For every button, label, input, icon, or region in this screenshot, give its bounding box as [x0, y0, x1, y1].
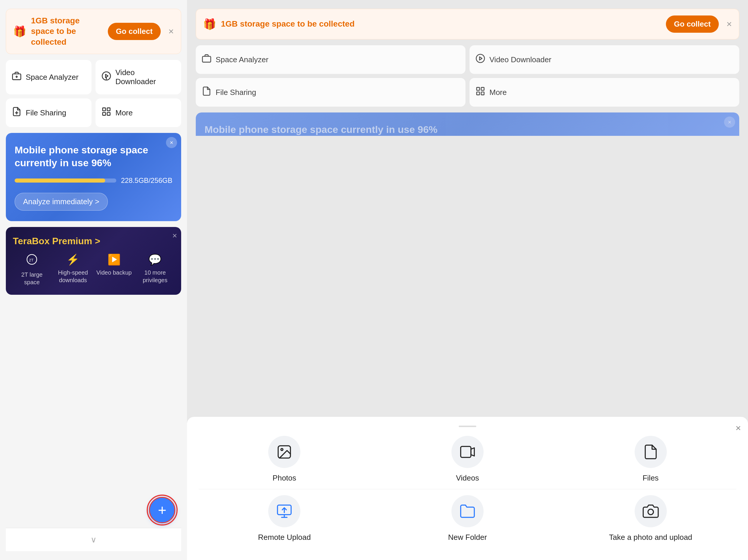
video-downloader-icon-right	[475, 53, 485, 66]
modal-new-folder[interactable]: New Folder	[382, 495, 554, 542]
2t-space-icon: 2T	[26, 254, 38, 268]
space-analyzer-icon-right	[202, 53, 212, 66]
more-label-left: More	[115, 108, 133, 117]
tool-space-analyzer-left[interactable]: Space Analyzer	[6, 60, 91, 94]
progress-bar-fill-left	[15, 179, 105, 183]
gift-icon-left: 🎁	[13, 25, 26, 38]
svg-text:2T: 2T	[29, 258, 33, 262]
modal-close-button[interactable]: ×	[735, 423, 741, 434]
file-sharing-label-left: File Sharing	[26, 108, 66, 117]
premium-feature-more: 💬 10 more privileges	[136, 254, 174, 286]
storage-card-left: × Mobile phone storage space currently i…	[6, 133, 181, 221]
left-panel: 🎁 1GB storage space to be collected Go c…	[0, 0, 187, 560]
video-backup-label: Video backup	[96, 269, 132, 276]
more-icon-left	[101, 107, 111, 119]
svg-rect-19	[476, 92, 480, 95]
promo-text-right: 1GB storage space to be collected	[221, 19, 661, 29]
progress-label-left: 228.5GB/256GB	[121, 177, 172, 185]
modal-files[interactable]: Files	[565, 436, 736, 483]
svg-rect-14	[203, 56, 211, 62]
go-collect-button-left[interactable]: Go collect	[108, 23, 161, 40]
bottom-arrow-left: ∨	[91, 535, 97, 544]
tool-file-sharing-right[interactable]: File Sharing	[196, 78, 465, 107]
storage-card-right: × Mobile phone storage space currently i…	[196, 113, 739, 136]
promo-banner-right: 🎁 1GB storage space to be collected Go c…	[196, 9, 739, 40]
svg-rect-10	[102, 113, 106, 115]
more-label-right: More	[489, 88, 507, 97]
tool-grid-left: Space Analyzer Video Downloader File Sha…	[6, 60, 181, 127]
right-panel: 🎁 1GB storage space to be collected Go c…	[187, 0, 748, 560]
video-downloader-label-left: Video Downloader	[115, 68, 175, 86]
video-downloader-icon-left	[101, 71, 111, 83]
progress-bar-bg-left	[15, 179, 116, 183]
right-top: 🎁 1GB storage space to be collected Go c…	[187, 0, 748, 149]
modal-take-photo[interactable]: Take a photo and upload	[565, 495, 736, 542]
2t-space-label: 2T large space	[13, 271, 51, 286]
take-photo-label: Take a photo and upload	[609, 533, 692, 542]
tool-file-sharing-left[interactable]: File Sharing	[6, 98, 91, 127]
storage-title-left: Mobile phone storage space currently in …	[15, 143, 172, 169]
files-icon-bg	[635, 436, 667, 468]
tool-grid-right: Space Analyzer Video Downloader File Sha…	[196, 45, 739, 107]
remote-upload-icon-bg	[268, 495, 300, 527]
premium-close-left[interactable]: ×	[172, 231, 177, 240]
premium-feature-2t: 2T 2T large space	[13, 254, 51, 286]
go-collect-button-right[interactable]: Go collect	[666, 16, 719, 33]
new-folder-icon-bg	[451, 495, 484, 527]
tool-video-downloader-left[interactable]: Video Downloader	[96, 60, 181, 94]
highspeed-icon: ⚡	[66, 254, 79, 266]
svg-marker-16	[480, 57, 482, 60]
tool-space-analyzer-right[interactable]: Space Analyzer	[196, 45, 465, 74]
photos-icon-bg	[268, 436, 300, 468]
modal-row-2: Remote Upload New Folder Take a photo an…	[199, 495, 736, 542]
svg-rect-20	[481, 92, 484, 95]
gift-icon-right: 🎁	[203, 18, 216, 30]
fab-button[interactable]: +	[149, 497, 175, 523]
premium-feature-video: ▶️ Video backup	[95, 254, 133, 286]
svg-point-15	[476, 54, 485, 63]
file-sharing-label-right: File Sharing	[216, 88, 256, 97]
more-icon-right	[475, 86, 485, 98]
storage-title-right: Mobile phone storage space currently in …	[205, 123, 730, 136]
modal-videos[interactable]: Videos	[382, 436, 554, 483]
analyze-button-left[interactable]: Analyze immediately >	[15, 193, 108, 211]
svg-point-22	[281, 449, 283, 451]
space-analyzer-label-right: Space Analyzer	[216, 55, 268, 64]
premium-title-left[interactable]: TeraBox Premium >	[13, 236, 174, 247]
more-privileges-icon: 💬	[148, 254, 162, 266]
video-downloader-label-right: Video Downloader	[489, 55, 551, 64]
upload-modal: × Photos Videos	[187, 417, 748, 560]
svg-rect-11	[107, 113, 110, 115]
promo-text-left: 1GB storage space to be collected	[31, 16, 103, 47]
modal-row-divider	[199, 489, 736, 489]
svg-rect-17	[476, 87, 480, 90]
premium-feature-highspeed: ⚡ High-speed downloads	[54, 254, 92, 286]
promo-banner-left: 🎁 1GB storage space to be collected Go c…	[6, 9, 181, 54]
premium-card-left: × TeraBox Premium > 2T 2T large space ⚡ …	[6, 227, 181, 295]
storage-card-close-right[interactable]: ×	[724, 117, 735, 128]
tool-more-right[interactable]: More	[470, 78, 739, 107]
photos-label: Photos	[273, 473, 296, 483]
videos-label: Videos	[456, 473, 479, 483]
take-photo-icon-bg	[635, 495, 667, 527]
storage-card-close-left[interactable]: ×	[166, 137, 177, 148]
svg-rect-18	[481, 87, 484, 90]
fab-plus-icon: +	[158, 503, 166, 517]
file-sharing-icon-right	[202, 86, 212, 98]
tool-more-left[interactable]: More	[96, 98, 181, 127]
svg-marker-4	[106, 74, 108, 78]
remote-upload-label: Remote Upload	[258, 533, 311, 542]
modal-drag-handle	[459, 426, 476, 427]
svg-rect-8	[102, 108, 106, 111]
modal-remote-upload[interactable]: Remote Upload	[199, 495, 370, 542]
new-folder-label: New Folder	[448, 533, 487, 542]
videos-icon-bg	[451, 436, 484, 468]
promo-close-left[interactable]: ×	[168, 26, 174, 37]
space-analyzer-label-left: Space Analyzer	[26, 73, 78, 82]
tool-video-downloader-right[interactable]: Video Downloader	[470, 45, 739, 74]
more-privileges-label: 10 more privileges	[136, 269, 174, 284]
video-backup-icon: ▶️	[108, 254, 121, 266]
promo-close-right[interactable]: ×	[726, 19, 732, 29]
modal-photos[interactable]: Photos	[199, 436, 370, 483]
svg-point-28	[648, 509, 653, 515]
